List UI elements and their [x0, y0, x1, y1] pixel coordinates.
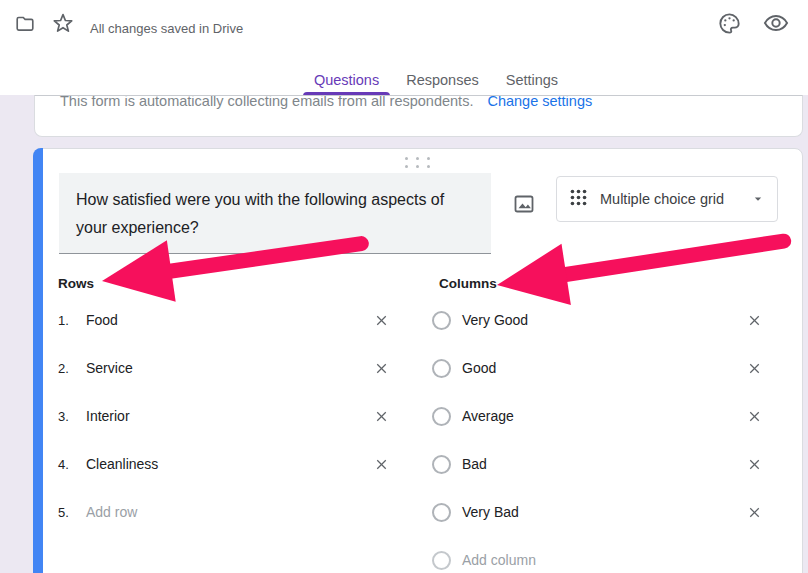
row-item: 4. Cleanliness: [58, 440, 391, 488]
remove-row-button[interactable]: [371, 454, 391, 474]
palette-icon: [717, 11, 742, 36]
radio-icon: [432, 503, 451, 522]
card-accent-bar: [33, 148, 43, 573]
radio-icon: [432, 407, 451, 426]
remove-row-button[interactable]: [371, 310, 391, 330]
remove-column-button[interactable]: [744, 358, 764, 378]
row-number: 4.: [58, 457, 78, 472]
row-label-input[interactable]: Service: [86, 360, 133, 376]
multiple-choice-grid-icon: [569, 188, 588, 211]
column-item: Very Good: [432, 296, 764, 344]
close-icon: [373, 312, 390, 329]
close-icon: [746, 504, 763, 521]
columns-heading: Columns: [439, 276, 497, 291]
close-icon: [746, 408, 763, 425]
row-number: 5.: [58, 505, 78, 520]
banner-message: This form is automatically collecting em…: [60, 95, 473, 109]
remove-row-button[interactable]: [371, 406, 391, 426]
close-icon: [373, 408, 390, 425]
columns-list: Very Good Good Average: [432, 296, 764, 573]
google-forms-editor: All changes saved in Drive Questions Res…: [0, 0, 808, 573]
eye-icon: [763, 10, 789, 36]
preview-button[interactable]: [763, 10, 789, 36]
column-label-input[interactable]: Very Bad: [462, 504, 519, 520]
row-number: 1.: [58, 313, 78, 328]
rows-heading: Rows: [58, 276, 94, 291]
star-icon: [51, 11, 75, 35]
drag-handle-icon[interactable]: [405, 157, 433, 169]
column-item: Very Bad: [432, 488, 764, 536]
close-icon: [746, 360, 763, 377]
row-item: 1. Food: [58, 296, 391, 344]
row-label-input[interactable]: Food: [86, 312, 118, 328]
column-item: Add column: [432, 536, 764, 573]
column-item: Bad: [432, 440, 764, 488]
question-card: How satisfied were you with the followin…: [33, 148, 803, 573]
column-item: Good: [432, 344, 764, 392]
remove-column-button[interactable]: [744, 502, 764, 522]
column-label-input[interactable]: Good: [462, 360, 496, 376]
question-title-input[interactable]: How satisfied were you with the followin…: [59, 173, 491, 254]
question-type-dropdown[interactable]: Multiple choice grid: [556, 176, 778, 222]
column-item: Average: [432, 392, 764, 440]
image-icon: [512, 192, 536, 220]
radio-icon: [432, 551, 451, 570]
row-label-input[interactable]: Interior: [86, 408, 130, 424]
top-bar: All changes saved in Drive: [0, 0, 808, 48]
close-icon: [746, 456, 763, 473]
row-label-input[interactable]: Cleanliness: [86, 456, 158, 472]
column-label-input[interactable]: Very Good: [462, 312, 528, 328]
close-icon: [746, 312, 763, 329]
email-collection-banner: This form is automatically collecting em…: [34, 95, 803, 137]
save-status-text: All changes saved in Drive: [90, 21, 243, 36]
move-to-folder-button[interactable]: [12, 11, 38, 37]
radio-icon: [432, 455, 451, 474]
row-item: 5. Add row: [58, 488, 391, 536]
radio-icon: [432, 311, 451, 330]
row-number: 2.: [58, 361, 78, 376]
customize-theme-button[interactable]: [716, 10, 742, 36]
close-icon: [373, 456, 390, 473]
tab-bar: Questions Responses Settings: [32, 70, 808, 90]
close-icon: [373, 360, 390, 377]
change-settings-link[interactable]: Change settings: [487, 95, 592, 109]
question-type-label: Multiple choice grid: [600, 191, 724, 207]
tab-questions[interactable]: Questions: [314, 70, 379, 90]
remove-column-button[interactable]: [744, 310, 764, 330]
remove-column-button[interactable]: [744, 454, 764, 474]
row-item: 3. Interior: [58, 392, 391, 440]
remove-row-button[interactable]: [371, 358, 391, 378]
radio-icon: [432, 359, 451, 378]
column-label-input[interactable]: Bad: [462, 456, 487, 472]
folder-icon: [14, 13, 36, 35]
row-label-input[interactable]: Add row: [86, 504, 137, 520]
tab-settings[interactable]: Settings: [506, 70, 558, 90]
rows-list: 1. Food 2. Service 3. Interior: [58, 296, 391, 536]
form-editor-content: This form is automatically collecting em…: [0, 95, 808, 573]
star-button[interactable]: [50, 10, 76, 36]
row-number: 3.: [58, 409, 78, 424]
column-label-input[interactable]: Average: [462, 408, 514, 424]
column-label-input[interactable]: Add column: [462, 552, 536, 568]
add-image-button[interactable]: [511, 193, 537, 219]
chevron-down-icon: [751, 192, 765, 206]
row-item: 2. Service: [58, 344, 391, 392]
remove-column-button[interactable]: [744, 406, 764, 426]
tab-responses[interactable]: Responses: [406, 70, 479, 90]
